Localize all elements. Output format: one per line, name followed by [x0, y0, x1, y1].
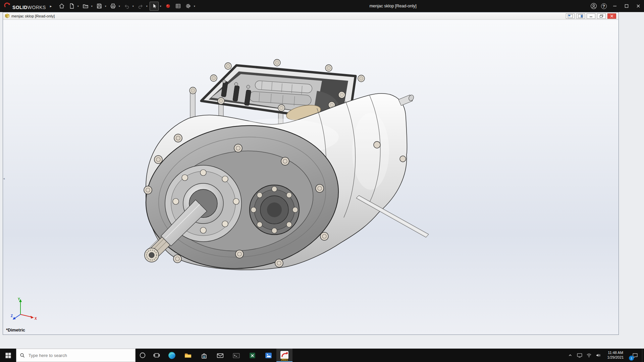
doc-close-button[interactable]	[607, 13, 616, 19]
taskbar-photos[interactable]	[260, 349, 276, 362]
tile-window-icon	[578, 14, 583, 18]
maximize-icon	[625, 4, 629, 8]
store-icon	[200, 351, 208, 360]
search-input[interactable]	[28, 353, 132, 358]
doc-close-icon	[610, 14, 614, 18]
undo-dropdown[interactable]: ▾	[131, 5, 135, 8]
taskbar-clock[interactable]: 11:48 AM 1/29/2021	[603, 349, 628, 362]
open-folder-icon	[83, 3, 89, 9]
taskbar-mail[interactable]	[212, 349, 228, 362]
triad-y-label: Y	[18, 297, 20, 301]
menu-flyout-arrow[interactable]: ▸	[50, 4, 52, 8]
windows-taskbar: 2021 11:48 AM 1/2	[0, 349, 644, 362]
assembly-document-icon	[5, 13, 10, 18]
undo-icon	[124, 3, 130, 9]
monitor-icon	[577, 352, 583, 358]
start-button[interactable]	[0, 349, 16, 362]
task-view-icon	[153, 352, 160, 359]
triad-x-label: X	[35, 317, 37, 320]
chevron-up-icon	[568, 353, 573, 358]
select-tool-dropdown[interactable]: ▾	[159, 5, 162, 8]
windows-logo-icon	[5, 353, 11, 358]
save-icon	[96, 3, 102, 9]
redo-button[interactable]	[136, 2, 145, 11]
graphics-viewport[interactable]: ◂ Y X Z *Dimetric	[3, 20, 619, 335]
solidworks-year-badge: 2021	[276, 358, 292, 361]
photos-icon	[264, 351, 273, 360]
gearbox-3d-model	[134, 51, 436, 292]
options-button[interactable]	[183, 2, 193, 11]
taskbar-search[interactable]	[16, 349, 136, 362]
open-button[interactable]	[81, 2, 90, 11]
solidworks-logo-icon	[4, 2, 11, 9]
clock-time: 11:48 AM	[608, 351, 623, 355]
home-icon	[59, 3, 65, 9]
terminal-icon	[232, 351, 240, 360]
new-document-button[interactable]	[67, 2, 76, 11]
tray-volume-button[interactable]	[594, 349, 603, 362]
tray-network-button[interactable]	[584, 349, 594, 362]
open-dropdown[interactable]: ▾	[90, 5, 94, 8]
doc-restore-button[interactable]	[597, 13, 606, 19]
options-dropdown[interactable]: ▾	[193, 5, 196, 8]
select-tool-button[interactable]	[150, 2, 159, 11]
app-minimize-button[interactable]	[609, 0, 621, 12]
new-window-icon	[568, 14, 573, 18]
3dexperience-button[interactable]	[163, 2, 172, 11]
doc-minimize-button[interactable]	[587, 13, 595, 19]
tray-display-button[interactable]	[575, 349, 584, 362]
cortana-icon	[139, 352, 146, 359]
featuremanager-collapse-arrow[interactable]: ◂	[3, 175, 7, 182]
document-title: menjac sklop [Read-only]	[11, 14, 55, 18]
account-icon	[590, 3, 597, 9]
gear-icon	[185, 3, 191, 9]
mail-icon	[216, 351, 224, 360]
help-button[interactable]: ?	[599, 0, 609, 12]
print-button[interactable]	[108, 2, 117, 11]
taskbar-store[interactable]	[196, 349, 212, 362]
undo-button[interactable]	[122, 2, 131, 11]
app-maximize-button[interactable]	[621, 0, 632, 12]
document-window: menjac sklop [Read-only]	[3, 12, 619, 335]
redo-dropdown[interactable]: ▾	[145, 5, 149, 8]
print-dropdown[interactable]: ▾	[117, 5, 121, 8]
doc-minimize-icon	[589, 14, 593, 18]
close-icon	[636, 4, 640, 8]
minimize-icon	[613, 4, 617, 8]
account-button[interactable]	[589, 0, 599, 12]
help-icon: ?	[601, 3, 607, 9]
tray-show-hidden-icons[interactable]	[566, 349, 575, 362]
cortana-button[interactable]	[136, 349, 150, 362]
view-orientation-label: *Dimetric	[6, 327, 25, 333]
print-icon	[110, 3, 116, 9]
action-center-button[interactable]: 2	[628, 349, 642, 362]
wifi-icon	[586, 352, 592, 358]
triad-z-label: Z	[11, 314, 13, 318]
excel-icon	[248, 351, 257, 360]
new-document-dropdown[interactable]: ▾	[76, 5, 80, 8]
doc-new-window-button[interactable]	[566, 13, 575, 19]
taskbar-file-explorer[interactable]	[180, 349, 196, 362]
doc-tile-window-button[interactable]	[576, 13, 585, 19]
solidworks-logo: SOLIDWORKS	[0, 2, 49, 10]
save-button[interactable]	[95, 2, 104, 11]
file-explorer-icon	[184, 351, 192, 360]
3dexperience-red-sphere-icon	[165, 3, 171, 9]
taskbar-edge[interactable]	[164, 349, 180, 362]
notification-badge: 2	[629, 356, 634, 361]
document-titlebar[interactable]: menjac sklop [Read-only]	[3, 12, 619, 20]
save-dropdown[interactable]: ▾	[104, 5, 107, 8]
edge-icon	[168, 351, 176, 360]
show-desktop-button[interactable]	[642, 349, 644, 362]
taskbar-terminal[interactable]	[228, 349, 244, 362]
brand-text: SOLIDWORKS	[12, 5, 46, 10]
taskbar-excel[interactable]	[244, 349, 260, 362]
orientation-triad: Y X Z	[10, 297, 39, 320]
home-button[interactable]	[57, 2, 66, 11]
app-close-button[interactable]	[632, 0, 644, 12]
clock-date: 1/29/2021	[607, 355, 624, 360]
redo-icon	[138, 3, 144, 9]
taskbar-solidworks[interactable]: 2021	[276, 349, 292, 362]
properties-sheet-button[interactable]	[173, 2, 182, 11]
task-view-button[interactable]	[150, 349, 164, 362]
